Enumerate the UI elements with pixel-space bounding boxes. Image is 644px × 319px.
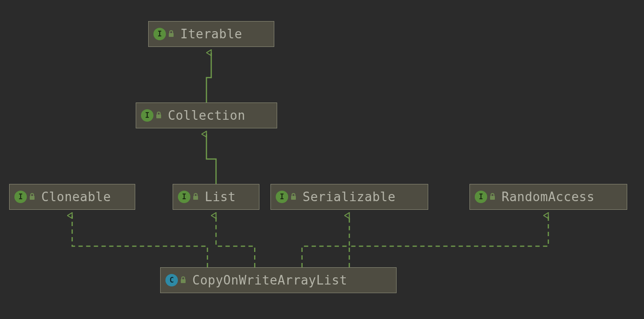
node-iterable[interactable]: I Iterable bbox=[148, 21, 274, 47]
svg-rect-2 bbox=[30, 196, 35, 200]
node-label: CopyOnWriteArrayList bbox=[192, 273, 347, 287]
lock-icon bbox=[192, 193, 199, 201]
svg-rect-5 bbox=[490, 196, 495, 200]
node-label: RandomAccess bbox=[502, 190, 595, 204]
node-cloneable[interactable]: I Cloneable bbox=[9, 184, 135, 210]
interface-icon: I bbox=[141, 109, 153, 122]
interface-icon: I bbox=[276, 191, 288, 203]
node-label: Cloneable bbox=[41, 190, 111, 204]
class-hierarchy-diagram: I Iterable I Collection I Cloneable I Li… bbox=[0, 0, 644, 319]
svg-rect-1 bbox=[156, 114, 161, 118]
edge-cowal-to-serializable bbox=[302, 216, 350, 267]
svg-rect-6 bbox=[181, 279, 186, 283]
edge-list-to-collection bbox=[207, 134, 216, 184]
class-icon: C bbox=[165, 274, 178, 286]
node-label: List bbox=[205, 190, 236, 204]
lock-icon bbox=[155, 112, 162, 119]
lock-icon bbox=[489, 193, 496, 201]
node-label: Iterable bbox=[180, 27, 242, 41]
node-collection[interactable]: I Collection bbox=[136, 103, 277, 128]
svg-rect-0 bbox=[169, 33, 174, 37]
lock-icon bbox=[180, 276, 187, 284]
interface-icon: I bbox=[475, 191, 487, 203]
edge-cowal-to-list bbox=[216, 216, 255, 267]
interface-icon: I bbox=[178, 191, 190, 203]
node-label: Collection bbox=[168, 108, 246, 123]
node-list[interactable]: I List bbox=[173, 184, 259, 210]
interface-icon: I bbox=[153, 28, 166, 40]
lock-icon bbox=[168, 30, 175, 38]
lock-icon bbox=[290, 193, 297, 201]
node-randomaccess[interactable]: I RandomAccess bbox=[469, 184, 627, 210]
edge-collection-to-iterable bbox=[207, 53, 211, 103]
edge-cowal-to-randomaccess bbox=[349, 216, 548, 267]
svg-rect-3 bbox=[193, 196, 198, 200]
svg-rect-4 bbox=[291, 196, 296, 200]
node-serializable[interactable]: I Serializable bbox=[270, 184, 428, 210]
node-label: Serializable bbox=[303, 190, 396, 204]
lock-icon bbox=[29, 193, 35, 201]
interface-icon: I bbox=[14, 191, 27, 203]
node-copyonwritearraylist[interactable]: C CopyOnWriteArrayList bbox=[160, 267, 397, 293]
edge-cowal-to-cloneable bbox=[72, 216, 208, 267]
